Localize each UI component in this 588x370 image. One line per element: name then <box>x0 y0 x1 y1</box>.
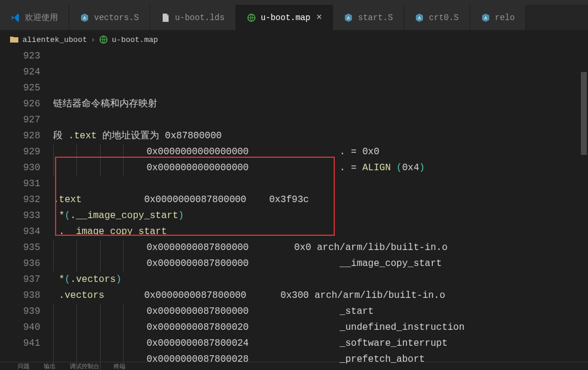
code-line[interactable]: 段 .text 的地址设置为 0x87800000 <box>53 128 588 144</box>
line-number: 925 <box>0 80 40 96</box>
code-line[interactable]: .text 0x0000000087800000 0x3f93c <box>53 192 588 208</box>
tab-label: vectors.S <box>94 13 139 22</box>
code-line[interactable]: 0x0000000087800020 _undefined_instructio… <box>53 320 588 336</box>
code-line[interactable]: .__image_copy_start <box>53 224 588 240</box>
code-line[interactable]: 0x000000008780002c _data_abort <box>53 368 588 370</box>
line-number: 933 <box>0 208 40 224</box>
line-number: 927 <box>0 112 40 128</box>
line-number: 926 <box>0 96 40 112</box>
line-number: 924 <box>0 64 40 80</box>
close-icon[interactable]: × <box>316 12 322 23</box>
code-line[interactable]: 0x0000000087800024 _software_interrupt <box>53 336 588 352</box>
line-number: 928 <box>0 128 40 144</box>
svg-text:A: A <box>484 15 487 21</box>
code-line[interactable]: 0x0000000087800000 0x0 arch/arm/lib/buil… <box>53 240 588 256</box>
tab-start-S[interactable]: Astart.S <box>333 5 404 30</box>
asm-icon: A <box>80 13 89 22</box>
tab-vectors-S[interactable]: Avectors.S <box>69 5 150 30</box>
chevron-right-icon: › <box>91 35 95 44</box>
line-number: 935 <box>0 240 40 256</box>
tab-label: relo <box>495 13 515 22</box>
asm-icon: A <box>415 13 424 22</box>
tab-label: u-boot.map <box>261 13 311 22</box>
svg-text:A: A <box>347 15 350 21</box>
line-number: 923 <box>0 48 40 64</box>
line-number: 934 <box>0 224 40 240</box>
line-number: 939 <box>0 304 40 320</box>
tab-crt0-S[interactable]: Acrt0.S <box>404 5 470 30</box>
tab-欢迎使用[interactable]: 欢迎使用 <box>0 5 69 30</box>
code-line[interactable]: 0x0000000087800000 __image_copy_start <box>53 256 588 272</box>
vertical-scrollbar[interactable] <box>580 48 588 362</box>
vscode-icon <box>11 13 20 22</box>
code-line[interactable]: 0x0000000087800028 _prefetch_abort <box>53 352 588 368</box>
tab-label: u-boot.lds <box>175 13 225 22</box>
tab-relo[interactable]: Arelo <box>470 5 526 30</box>
code-line[interactable]: 0x0000000087800000 _start <box>53 304 588 320</box>
map-icon <box>247 13 256 22</box>
tab-u-boot-lds[interactable]: u-boot.lds <box>150 5 236 30</box>
code-content[interactable]: 链结器命令稿和内存映射段 .text 的地址设置为 0x87800000 0x0… <box>53 48 588 362</box>
code-line[interactable]: *(.__image_copy_start) <box>53 208 588 224</box>
line-number: 932 <box>0 192 40 208</box>
breadcrumb[interactable]: alientek_uboot › u-boot.map <box>0 31 588 48</box>
svg-text:A: A <box>83 15 86 21</box>
line-number: 929 <box>0 144 40 160</box>
line-number: 936 <box>0 256 40 272</box>
menubar <box>0 0 588 5</box>
code-line[interactable]: 0x0000000000000000 . = ALIGN (0x4) <box>53 160 588 176</box>
code-line[interactable]: 0x0000000000000000 . = 0x0 <box>53 144 588 160</box>
code-line[interactable]: 链结器命令稿和内存映射 <box>53 96 588 112</box>
line-number: 941 <box>0 336 40 352</box>
tab-u-boot-map[interactable]: u-boot.map× <box>236 5 334 30</box>
asm-icon: A <box>344 13 353 22</box>
folder-icon <box>9 35 19 44</box>
line-number: 937 <box>0 272 40 288</box>
line-number: 930 <box>0 160 40 176</box>
line-number: 938 <box>0 288 40 304</box>
tab-label: crt0.S <box>429 13 458 22</box>
map-file-icon <box>99 35 108 44</box>
code-line[interactable]: .vectors 0x0000000087800000 0x300 arch/a… <box>53 288 588 304</box>
scrollbar-thumb[interactable] <box>581 72 587 155</box>
editor-tabs: 欢迎使用Avectors.Su-boot.ldsu-boot.map×Astar… <box>0 5 588 31</box>
tab-label: 欢迎使用 <box>25 12 58 23</box>
panel-tab[interactable]: 问题 <box>18 362 30 371</box>
asm-icon: A <box>481 13 490 22</box>
svg-text:A: A <box>418 15 421 21</box>
editor-area[interactable]: 9239249259269279289299309319329339349359… <box>0 48 588 362</box>
file-icon <box>161 13 170 22</box>
breadcrumb-folder[interactable]: alientek_uboot <box>22 35 87 44</box>
line-number: 931 <box>0 176 40 192</box>
code-line[interactable] <box>53 112 588 128</box>
line-number-gutter: 9239249259269279289299309319329339349359… <box>0 48 53 362</box>
tab-label: start.S <box>358 13 393 22</box>
line-number: 940 <box>0 320 40 336</box>
breadcrumb-file[interactable]: u-boot.map <box>112 35 158 44</box>
